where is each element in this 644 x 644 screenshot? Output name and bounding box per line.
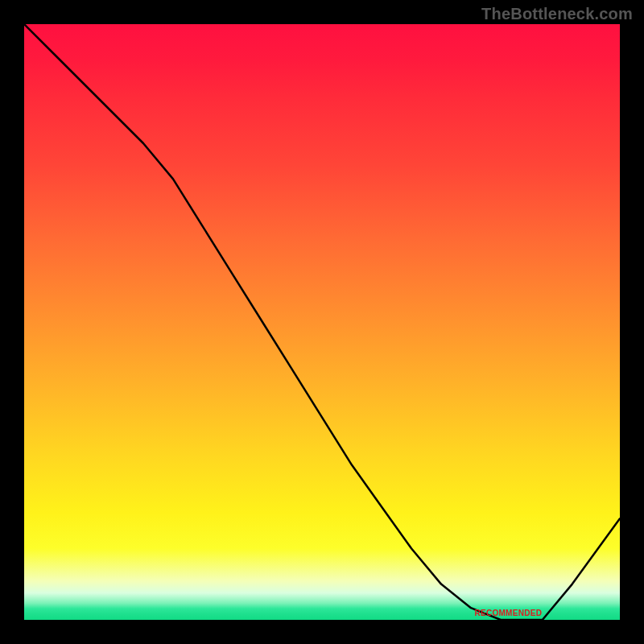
curve-svg (24, 24, 620, 620)
chart-frame: TheBottleneck.com RECOMMENDED (0, 0, 644, 644)
bottleneck-curve (24, 24, 620, 620)
recommended-annotation: RECOMMENDED (474, 609, 542, 617)
plot-area: RECOMMENDED (24, 24, 620, 620)
watermark-text: TheBottleneck.com (481, 5, 633, 23)
